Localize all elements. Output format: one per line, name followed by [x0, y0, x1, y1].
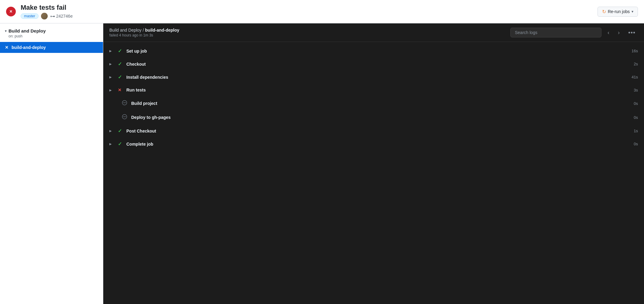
step-duration: 1s: [629, 129, 638, 133]
rerun-label: Re-run jobs: [608, 9, 630, 14]
step-row[interactable]: ▶✓Checkout2s: [103, 57, 644, 71]
step-name: Run tests: [126, 88, 625, 92]
step-status-icon: ✓: [117, 128, 123, 134]
workflow-trigger: on: push: [9, 34, 46, 38]
chevron-left-icon: ‹: [608, 29, 609, 36]
avatar: [41, 13, 48, 19]
search-input-wrapper: [510, 28, 601, 37]
step-name: Set up job: [126, 49, 625, 54]
step-duration: 3s: [629, 88, 638, 92]
step-status-icon: [122, 114, 128, 121]
close-button[interactable]: ×: [6, 7, 16, 16]
top-header: × Make tests fail master ⊶ 242746e ↻ Re-…: [0, 0, 644, 23]
step-name: Post Checkout: [126, 129, 625, 133]
workflow-group: ▾ Build and Deploy on: push: [0, 23, 103, 41]
breadcrumb-text: Build and Deploy / build-and-deploy: [109, 28, 507, 33]
step-duration: 0s: [629, 142, 638, 146]
step-expand-icon: ▶: [109, 129, 113, 133]
commit-icon: ⊶: [50, 13, 55, 19]
step-name: Install dependencies: [126, 75, 625, 80]
search-logs-input[interactable]: [510, 28, 601, 37]
step-name: Checkout: [126, 62, 625, 67]
breadcrumb-prefix: Build and Deploy /: [109, 28, 145, 33]
avatar-image: [41, 13, 48, 19]
panel-breadcrumb: Build and Deploy / build-and-deploy fail…: [109, 28, 507, 37]
step-row[interactable]: ▶✓Post Checkout1s: [103, 124, 644, 137]
workflow-chevron-icon: ▾: [5, 29, 7, 33]
header-meta: master ⊶ 242746e: [21, 13, 598, 19]
workflow-name: Build and Deploy: [9, 28, 46, 33]
step-row[interactable]: Deploy to gh-pages0s: [103, 110, 644, 124]
step-duration: 16s: [629, 49, 638, 53]
breadcrumb-current: build-and-deploy: [145, 28, 180, 33]
rerun-icon: ↻: [602, 9, 606, 15]
step-row[interactable]: ▶✕Run tests3s: [103, 84, 644, 96]
step-row[interactable]: ▶✓Complete job0s: [103, 137, 644, 150]
step-duration: 0s: [629, 115, 638, 120]
job-name: build-and-deploy: [12, 45, 46, 50]
step-expand-icon: ▶: [109, 142, 113, 146]
job-status-failed-icon: ✕: [5, 45, 9, 50]
step-row[interactable]: ▶✓Set up job16s: [103, 44, 644, 57]
chevron-right-icon: ›: [618, 29, 620, 36]
step-name: Build project: [131, 101, 625, 106]
step-duration: 2s: [629, 62, 638, 66]
step-expand-icon: ▶: [109, 75, 113, 79]
workflow-info: Build and Deploy on: push: [9, 28, 46, 38]
step-status-icon: ✓: [117, 48, 123, 54]
close-icon: ×: [9, 9, 12, 14]
page-title: Make tests fail: [21, 4, 598, 12]
dropdown-arrow-icon: ▾: [632, 9, 633, 14]
step-status-icon: ✕: [117, 87, 123, 93]
step-duration: 0s: [629, 101, 638, 106]
step-duration: 41s: [629, 75, 638, 79]
right-panel: Build and Deploy / build-and-deploy fail…: [103, 23, 644, 304]
nav-prev-button[interactable]: ‹: [605, 28, 612, 37]
branch-badge: master: [21, 13, 39, 19]
more-options-button[interactable]: •••: [626, 28, 638, 37]
rerun-jobs-button[interactable]: ↻ Re-run jobs ▾: [598, 7, 638, 17]
step-row[interactable]: Build project0s: [103, 96, 644, 110]
step-status-icon: ✓: [117, 74, 123, 80]
step-expand-icon: ▶: [109, 88, 113, 92]
panel-header: Build and Deploy / build-and-deploy fail…: [103, 23, 644, 42]
step-status-icon: ✓: [117, 141, 123, 147]
nav-next-button[interactable]: ›: [615, 28, 622, 37]
more-icon: •••: [628, 29, 635, 36]
step-expand-icon: ▶: [109, 62, 113, 66]
step-status-icon: ✓: [117, 61, 123, 67]
commit-hash: ⊶ 242746e: [50, 13, 73, 19]
workflow-header[interactable]: ▾ Build and Deploy on: push: [5, 28, 98, 38]
steps-list: ▶✓Set up job16s▶✓Checkout2s▶✓Install dep…: [103, 42, 644, 304]
step-row[interactable]: ▶✓Install dependencies41s: [103, 71, 644, 84]
panel-subtitle: failed 4 hours ago in 1m 3s: [109, 33, 507, 37]
step-name: Complete job: [126, 142, 625, 147]
step-name: Deploy to gh-pages: [131, 115, 625, 120]
sidebar: ▾ Build and Deploy on: push ✕ build-and-…: [0, 23, 103, 304]
header-title-group: Make tests fail master ⊶ 242746e: [21, 4, 598, 19]
main-layout: ▾ Build and Deploy on: push ✕ build-and-…: [0, 23, 644, 304]
step-expand-icon: ▶: [109, 49, 113, 53]
step-status-icon: [122, 100, 128, 107]
sidebar-item-build-and-deploy[interactable]: ✕ build-and-deploy: [0, 42, 103, 53]
